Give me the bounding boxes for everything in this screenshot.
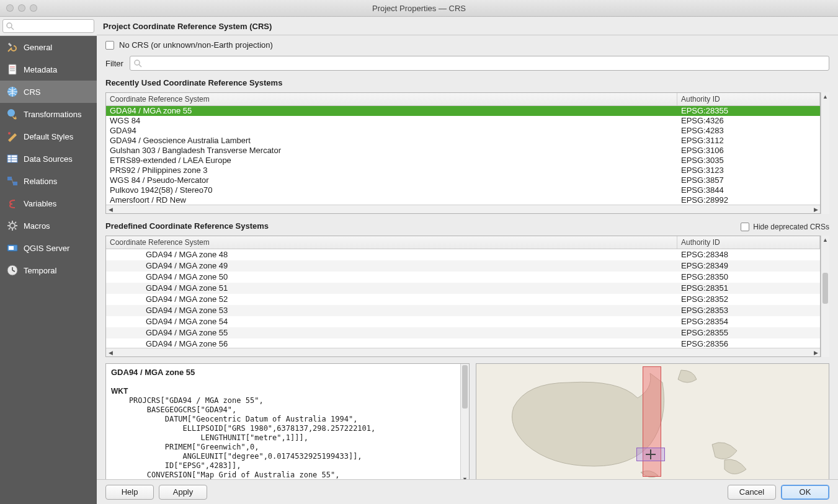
auth-id-cell: EPSG:28351 [677, 283, 820, 294]
auth-id-cell: EPSG:3123 [677, 166, 820, 175]
table-row[interactable]: Amersfoort / RD NewEPSG:28992 [106, 195, 820, 205]
crs-name-cell: Pulkovo 1942(58) / Stereo70 [106, 185, 677, 195]
sidebar-item-variables[interactable]: Variables [0, 192, 97, 214]
crs-name-cell: PRS92 / Philippines zone 3 [106, 166, 677, 175]
wrench-icon [6, 41, 19, 53]
table-row[interactable]: GDA94 / MGA zone 52EPSG:28352 [106, 294, 820, 305]
sidebar-item-qgis-server[interactable]: QGIS Server [0, 237, 97, 259]
filter-input[interactable] [130, 56, 829, 71]
svg-line-21 [9, 222, 10, 223]
crs-name-cell: GDA94 / MGA zone 48 [106, 249, 677, 260]
sidebar-search-input[interactable] [2, 19, 94, 33]
svg-point-8 [8, 132, 11, 135]
crs-name-cell: WGS 84 [106, 116, 677, 126]
crs-name-cell: GDA94 [106, 126, 677, 136]
crs-name-cell: GDA94 / MGA zone 53 [106, 305, 677, 316]
table-row[interactable]: GDA94 / MGA zone 50EPSG:28350 [106, 272, 820, 283]
table-row[interactable]: Gulshan 303 / Bangladesh Transverse Merc… [106, 146, 820, 156]
sidebar-item-metadata[interactable]: Metadata [0, 58, 97, 81]
scroll-down-icon[interactable]: ▼ [461, 475, 469, 479]
server-icon [6, 242, 19, 254]
dialog-footer: Help Apply Cancel OK [97, 479, 838, 504]
table-row[interactable]: GDA94 / MGA zone 55EPSG:28355 [106, 327, 820, 338]
auth-id-cell: EPSG:28356 [677, 338, 820, 348]
auth-id-cell: EPSG:4326 [677, 116, 820, 126]
crosshair-icon [646, 449, 656, 459]
clock-icon [6, 264, 19, 276]
table-row[interactable]: GDA94 / MGA zone 53EPSG:28353 [106, 305, 820, 316]
hide-deprecated-checkbox[interactable] [741, 223, 749, 231]
h-scrollbar[interactable]: ◀ ▶ [106, 348, 820, 356]
svg-rect-13 [7, 177, 12, 180]
ok-button[interactable]: OK [781, 485, 829, 500]
auth-id-cell: EPSG:28348 [677, 249, 820, 260]
crs-name-cell: GDA94 / MGA zone 49 [106, 260, 677, 272]
table-row[interactable]: GDA94 / MGA zone 48EPSG:28348 [106, 249, 820, 260]
table-row[interactable]: Pulkovo 1942(58) / Stereo70EPSG:3844 [106, 185, 820, 195]
column-header-auth[interactable]: Authority ID [677, 236, 820, 249]
v-scrollbar[interactable]: ▼ [460, 364, 469, 479]
sidebar-item-label: Transformations [24, 110, 81, 119]
search-icon [6, 22, 14, 30]
svg-line-23 [9, 228, 10, 229]
column-header-crs[interactable]: Coordinate Reference System [106, 93, 677, 105]
scroll-up-icon[interactable]: ▲ [821, 92, 829, 101]
crs-name-cell: GDA94 / MGA zone 50 [106, 272, 677, 283]
table-row[interactable]: ETRS89-extended / LAEA EuropeEPSG:3035 [106, 156, 820, 166]
auth-id-cell: EPSG:3112 [677, 136, 820, 146]
gear-icon [6, 219, 19, 232]
table-row[interactable]: GDA94 / MGA zone 51EPSG:28351 [106, 283, 820, 294]
table-row[interactable]: WGS 84EPSG:4326 [106, 116, 820, 126]
sidebar-item-relations[interactable]: Relations [0, 170, 97, 192]
crs-name-cell: GDA94 / MGA zone 52 [106, 294, 677, 305]
scroll-right-icon[interactable]: ▶ [811, 205, 820, 214]
crs-name-cell: GDA94 / MGA zone 55 [106, 106, 677, 116]
svg-rect-26 [9, 246, 14, 250]
scroll-left-icon[interactable]: ◀ [106, 348, 115, 357]
sidebar-item-default-styles[interactable]: Default Styles [0, 125, 97, 148]
sidebar-item-general[interactable]: General [0, 36, 97, 58]
table-row[interactable]: GDA94 / MGA zone 56EPSG:28356 [106, 338, 820, 348]
table-row[interactable]: WGS 84 / Pseudo-MercatorEPSG:3857 [106, 175, 820, 185]
svg-line-1 [11, 27, 14, 30]
v-scrollbar[interactable]: ▲ [821, 92, 829, 214]
filter-label: Filter [105, 59, 123, 68]
sidebar-item-label: Data Sources [24, 154, 73, 164]
h-scrollbar[interactable]: ◀ ▶ [106, 205, 820, 213]
sidebar-item-macros[interactable]: Macros [0, 214, 97, 237]
scroll-left-icon[interactable]: ◀ [106, 205, 115, 214]
crs-name-cell: ETRS89-extended / LAEA Europe [106, 156, 677, 166]
table-row[interactable]: GDA94 / Geoscience Australia LambertEPSG… [106, 136, 820, 146]
v-scrollbar[interactable]: ▲ [821, 236, 829, 357]
predef-table: Coordinate Reference System Authority ID… [105, 236, 829, 357]
cancel-button[interactable]: Cancel [728, 485, 776, 500]
crs-name-cell: WGS 84 / Pseudo-Mercator [106, 175, 677, 185]
help-button[interactable]: Help [105, 485, 154, 500]
recent-table: Coordinate Reference System Authority ID… [105, 92, 829, 214]
globe-arrow-icon [6, 108, 19, 120]
scroll-right-icon[interactable]: ▶ [811, 348, 820, 357]
sidebar-item-transformations[interactable]: Transformations [0, 103, 97, 125]
table-row[interactable]: GDA94 / MGA zone 55EPSG:28355 [106, 106, 820, 116]
titlebar: Project Properties — CRS [0, 0, 838, 17]
sidebar-item-data-sources[interactable]: Data Sources [0, 148, 97, 170]
auth-id-cell: EPSG:3035 [677, 156, 820, 166]
apply-button[interactable]: Apply [159, 485, 207, 500]
globe-icon [6, 86, 19, 98]
table-row[interactable]: GDA94EPSG:4283 [106, 126, 820, 136]
column-header-auth[interactable]: Authority ID [677, 93, 820, 105]
page-title: Project Coordinate Reference System (CRS… [97, 17, 838, 35]
auth-id-cell: EPSG:28352 [677, 294, 820, 305]
svg-rect-2 [9, 64, 16, 74]
auth-id-cell: EPSG:28354 [677, 316, 820, 327]
sidebar-item-crs[interactable]: CRS [0, 81, 97, 103]
auth-id-cell: EPSG:28350 [677, 272, 820, 283]
table-row[interactable]: PRS92 / Philippines zone 3EPSG:3123 [106, 166, 820, 175]
table-row[interactable]: GDA94 / MGA zone 49EPSG:28349 [106, 260, 820, 272]
auth-id-cell: EPSG:3844 [677, 185, 820, 195]
no-crs-checkbox[interactable] [105, 41, 114, 50]
scroll-up-icon[interactable]: ▲ [821, 236, 829, 244]
column-header-crs[interactable]: Coordinate Reference System [106, 236, 677, 249]
sidebar-item-temporal[interactable]: Temporal [0, 259, 97, 281]
table-row[interactable]: GDA94 / MGA zone 54EPSG:28354 [106, 316, 820, 327]
